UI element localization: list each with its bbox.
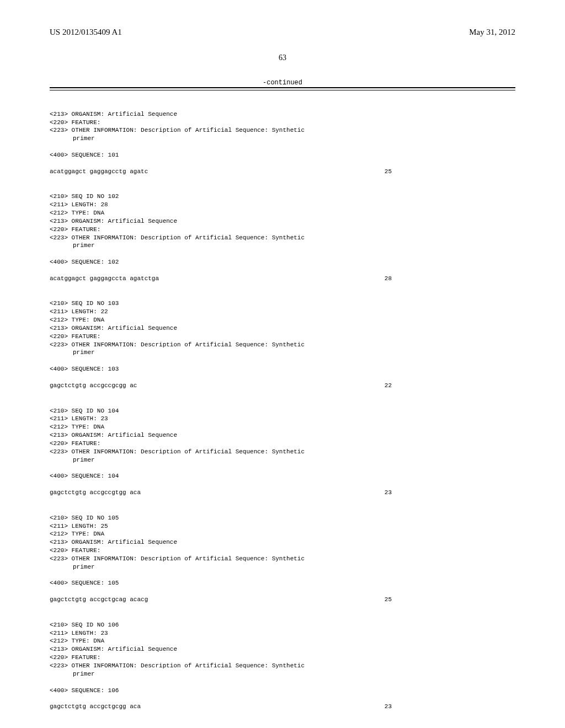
sequence-entry: <210> SEQ ID NO 106<211> LENGTH: 23<212>… xyxy=(50,621,515,719)
sequence-text: gagctctgtg accgccgtgg aca xyxy=(50,489,370,497)
seq-header: <400> SEQUENCE: 104 xyxy=(50,472,515,480)
seq-meta-line: <223> OTHER INFORMATION: Description of … xyxy=(50,341,515,349)
seq-meta-line: <213> ORGANISM: Artificial Sequence xyxy=(50,110,515,119)
seq-meta-line: <213> ORGANISM: Artificial Sequence xyxy=(50,645,515,654)
seq-meta-line: <220> FEATURE: xyxy=(50,440,515,448)
page-number: 63 xyxy=(50,53,515,62)
seq-meta-line: <211> LENGTH: 28 xyxy=(50,201,515,209)
seq-meta-line: <223> OTHER INFORMATION: Description of … xyxy=(50,234,515,242)
sequence-row: gagctctgtg accgccgcgg ac22 xyxy=(50,382,392,390)
seq-meta-line: <210> SEQ ID NO 104 xyxy=(50,407,515,415)
seq-meta-line: <210> SEQ ID NO 103 xyxy=(50,299,515,308)
seq-meta-line: <210> SEQ ID NO 102 xyxy=(50,192,515,201)
continued-label: -continued xyxy=(50,79,515,87)
sequence-position: 23 xyxy=(370,703,392,711)
sequence-row: gagctctgtg accgccgtgg aca23 xyxy=(50,489,392,497)
seq-header: <400> SEQUENCE: 105 xyxy=(50,579,515,587)
section-rule xyxy=(50,87,515,90)
seq-meta-line: <211> LENGTH: 23 xyxy=(50,415,515,423)
sequence-position: 25 xyxy=(370,596,392,604)
sequence-text: gagctctgtg accgctgcgg aca xyxy=(50,703,370,711)
sequence-position: 25 xyxy=(370,168,392,176)
sequence-position: 23 xyxy=(370,489,392,497)
seq-header: <400> SEQUENCE: 106 xyxy=(50,687,515,695)
sequence-row: gagctctgtg accgctgcgg aca23 xyxy=(50,703,392,711)
seq-meta-indent: primer xyxy=(50,135,515,143)
seq-meta-line: <212> TYPE: DNA xyxy=(50,209,515,217)
sequence-position: 28 xyxy=(370,275,392,283)
publication-date: May 31, 2012 xyxy=(469,28,515,37)
sequence-entry: <210> SEQ ID NO 103<211> LENGTH: 22<212>… xyxy=(50,299,515,398)
seq-meta-line: <220> FEATURE: xyxy=(50,547,515,555)
seq-meta-line: <213> ORGANISM: Artificial Sequence xyxy=(50,538,515,547)
sequence-text: gagctctgtg accgctgcag acacg xyxy=(50,596,370,604)
seq-meta-line: <210> SEQ ID NO 106 xyxy=(50,621,515,629)
seq-meta-indent: primer xyxy=(50,563,515,571)
sequence-text: acatggagct gaggagcctg agatc xyxy=(50,168,370,176)
seq-header: <400> SEQUENCE: 101 xyxy=(50,151,515,159)
sequence-row: gagctctgtg accgctgcag acacg25 xyxy=(50,596,392,604)
seq-meta-line: <212> TYPE: DNA xyxy=(50,637,515,645)
page-header: US 2012/0135409 A1 May 31, 2012 xyxy=(50,28,515,37)
page: US 2012/0135409 A1 May 31, 2012 63 -cont… xyxy=(0,0,565,728)
sequence-entry: <210> SEQ ID NO 105<211> LENGTH: 25<212>… xyxy=(50,514,515,612)
seq-meta-line: <223> OTHER INFORMATION: Description of … xyxy=(50,555,515,563)
sequence-entry: <210> SEQ ID NO 104<211> LENGTH: 23<212>… xyxy=(50,407,515,505)
seq-meta-line: <210> SEQ ID NO 105 xyxy=(50,514,515,522)
seq-meta-line: <211> LENGTH: 22 xyxy=(50,308,515,316)
seq-meta-line: <220> FEATURE: xyxy=(50,119,515,127)
sequence-listing: <213> ORGANISM: Artificial Sequence<220>… xyxy=(50,94,515,728)
seq-meta-line: <223> OTHER INFORMATION: Description of … xyxy=(50,448,515,456)
sequence-entry: <213> ORGANISM: Artificial Sequence<220>… xyxy=(50,110,515,184)
seq-meta-line: <220> FEATURE: xyxy=(50,226,515,234)
seq-meta-indent: primer xyxy=(50,349,515,357)
seq-header: <400> SEQUENCE: 102 xyxy=(50,258,515,266)
sequence-entry: <210> SEQ ID NO 102<211> LENGTH: 28<212>… xyxy=(50,192,515,291)
seq-meta-line: <211> LENGTH: 25 xyxy=(50,522,515,531)
seq-meta-line: <212> TYPE: DNA xyxy=(50,316,515,324)
seq-meta-line: <223> OTHER INFORMATION: Description of … xyxy=(50,126,515,135)
seq-meta-line: <213> ORGANISM: Artificial Sequence xyxy=(50,431,515,440)
seq-meta-indent: primer xyxy=(50,242,515,250)
publication-number: US 2012/0135409 A1 xyxy=(50,28,122,37)
seq-meta-line: <223> OTHER INFORMATION: Description of … xyxy=(50,662,515,670)
sequence-row: acatggagct gaggagccta agatctga28 xyxy=(50,275,392,283)
seq-meta-indent: primer xyxy=(50,670,515,678)
seq-meta-line: <211> LENGTH: 23 xyxy=(50,629,515,638)
seq-meta-line: <213> ORGANISM: Artificial Sequence xyxy=(50,217,515,226)
sequence-position: 22 xyxy=(370,382,392,390)
seq-meta-indent: primer xyxy=(50,456,515,464)
seq-header: <400> SEQUENCE: 103 xyxy=(50,365,515,373)
seq-meta-line: <212> TYPE: DNA xyxy=(50,423,515,431)
seq-meta-line: <212> TYPE: DNA xyxy=(50,530,515,538)
sequence-text: acatggagct gaggagccta agatctga xyxy=(50,275,370,283)
seq-meta-line: <220> FEATURE: xyxy=(50,333,515,341)
seq-meta-line: <220> FEATURE: xyxy=(50,654,515,662)
sequence-row: acatggagct gaggagcctg agatc25 xyxy=(50,168,392,176)
sequence-text: gagctctgtg accgccgcgg ac xyxy=(50,382,370,390)
seq-meta-line: <213> ORGANISM: Artificial Sequence xyxy=(50,324,515,333)
